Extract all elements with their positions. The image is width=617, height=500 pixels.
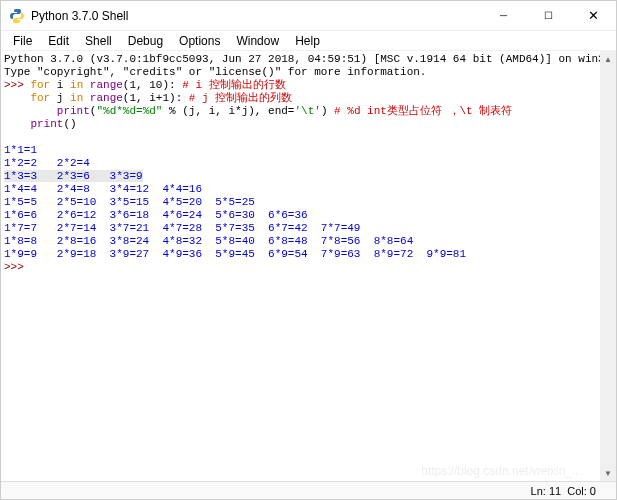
prompt: >>> <box>4 79 30 91</box>
banner-line: Python 3.7.0 (v3.7.0:1bf9cc5093, Jun 27 … <box>4 53 600 65</box>
vertical-scrollbar[interactable]: ▲ ▼ <box>600 51 616 481</box>
menu-window[interactable]: Window <box>228 32 287 50</box>
comment: # i 控制输出的行数 <box>182 79 285 91</box>
output-row: 1*1=1 <box>4 144 37 156</box>
builtin-range: range <box>83 92 123 104</box>
window-controls: ─ ☐ ✕ <box>481 1 616 30</box>
minimize-button[interactable]: ─ <box>481 1 526 30</box>
menu-edit[interactable]: Edit <box>40 32 77 50</box>
keyword-for: for <box>30 79 50 91</box>
output-row: 1*4=4 2*4=8 3*4=12 4*4=16 <box>4 183 202 195</box>
menu-file[interactable]: File <box>5 32 40 50</box>
python-icon <box>9 8 25 24</box>
menu-debug[interactable]: Debug <box>120 32 171 50</box>
menubar: File Edit Shell Debug Options Window Hel… <box>1 31 616 51</box>
col-indicator: Col: 0 <box>567 485 596 497</box>
output-row: 1*6=6 2*6=12 3*6=18 4*6=24 5*6=30 6*6=36 <box>4 209 308 221</box>
string-literal: "%d*%d=%d" <box>96 105 162 117</box>
watermark: https://blog.csdn.net/weixin_... <box>421 465 582 478</box>
prompt: >>> <box>4 261 30 273</box>
menu-options[interactable]: Options <box>171 32 228 50</box>
output-row: 1*2=2 2*2=4 <box>4 157 90 169</box>
comment: # %d int类型占位符 ，\t 制表符 <box>334 105 512 117</box>
keyword-in: in <box>70 92 83 104</box>
maximize-button[interactable]: ☐ <box>526 1 571 30</box>
line-indicator: Ln: 11 <box>531 485 562 497</box>
shell-content[interactable]: Python 3.7.0 (v3.7.0:1bf9cc5093, Jun 27 … <box>1 51 600 481</box>
banner-line: Type "copyright", "credits" or "license(… <box>4 66 426 78</box>
builtin-print: print <box>30 118 63 130</box>
output-row: 1*3=3 2*3=6 3*3=9 <box>4 170 143 182</box>
builtin-print: print <box>57 105 90 117</box>
output-row: 1*8=8 2*8=16 3*8=24 4*8=32 5*8=40 6*8=48… <box>4 235 413 247</box>
output-row: 1*9=9 2*9=18 3*9=27 4*9=36 5*9=45 6*9=54… <box>4 248 466 260</box>
scroll-up-icon[interactable]: ▲ <box>600 51 616 67</box>
keyword-for: for <box>30 92 50 104</box>
close-button[interactable]: ✕ <box>571 1 616 30</box>
output-row: 1*7=7 2*7=14 3*7=21 4*7=28 5*7=35 6*7=42… <box>4 222 360 234</box>
menu-shell[interactable]: Shell <box>77 32 120 50</box>
string-literal: '\t' <box>294 105 320 117</box>
comment: # j 控制输出的列数 <box>189 92 292 104</box>
menu-help[interactable]: Help <box>287 32 328 50</box>
statusbar: Ln: 11 Col: 0 <box>1 481 616 499</box>
scroll-down-icon[interactable]: ▼ <box>600 465 616 481</box>
builtin-range: range <box>83 79 123 91</box>
window-title: Python 3.7.0 Shell <box>31 9 481 23</box>
titlebar: Python 3.7.0 Shell ─ ☐ ✕ <box>1 1 616 31</box>
keyword-in: in <box>70 79 83 91</box>
output-row: 1*5=5 2*5=10 3*5=15 4*5=20 5*5=25 <box>4 196 255 208</box>
